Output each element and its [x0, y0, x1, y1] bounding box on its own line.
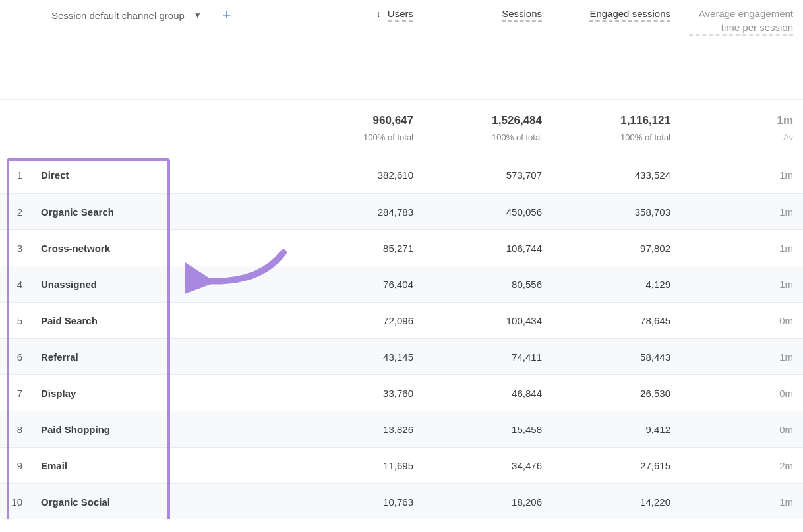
cell-sessions: 34,476: [432, 448, 560, 483]
column-header-users[interactable]: ↓ Users: [303, 0, 432, 22]
totals-row: 960,647 100% of total 1,526,484 100% of …: [0, 99, 803, 157]
row-number: 5: [0, 315, 34, 326]
table-row[interactable]: 9Email11,69534,47627,6152m: [0, 447, 803, 483]
cell-engaged: 9,412: [560, 411, 689, 447]
table-row[interactable]: 3Cross-network85,271106,74497,8021m: [0, 229, 803, 266]
cell-users: 13,826: [303, 411, 432, 447]
cell-avg: 1m: [689, 157, 800, 193]
table-row[interactable]: 4Unassigned76,40480,5564,1291m: [0, 266, 803, 302]
cell-engaged: 58,443: [560, 339, 689, 374]
traffic-acquisition-table: Session default channel group ▼ + ↓ User…: [0, 0, 803, 519]
chevron-down-icon: ▼: [194, 11, 202, 20]
dimension-header-cell: Session default channel group ▼ +: [0, 0, 303, 22]
cell-engaged: 433,524: [560, 157, 689, 193]
channel-name[interactable]: Cross-network: [34, 243, 110, 254]
totals-engaged: 1,116,121 100% of total: [560, 100, 689, 157]
dimension-cell: 8Paid Shopping: [0, 411, 303, 447]
dimension-cell: 6Referral: [0, 339, 303, 374]
dimension-cell: 5Paid Search: [0, 303, 303, 338]
dimension-selector[interactable]: Session default channel group ▼ +: [51, 8, 231, 22]
cell-users: 11,695: [303, 448, 432, 483]
cell-engaged: 358,703: [560, 194, 689, 229]
data-rows: 1Direct382,610573,707433,5241m2Organic S…: [0, 157, 803, 519]
sort-descending-icon: ↓: [376, 9, 381, 19]
cell-engaged: 78,645: [560, 303, 689, 338]
table-row[interactable]: 7Display33,76046,84426,5300m: [0, 374, 803, 411]
dimension-cell: 7Display: [0, 375, 303, 411]
cell-avg: 1m: [689, 194, 800, 229]
cell-sessions: 450,056: [432, 194, 560, 229]
channel-name[interactable]: Unassigned: [34, 279, 97, 290]
column-header-engaged-sessions[interactable]: Engaged sessions: [560, 0, 689, 22]
column-header-sessions[interactable]: Sessions: [432, 0, 560, 22]
channel-name[interactable]: Paid Search: [34, 315, 98, 326]
table-row[interactable]: 5Paid Search72,096100,43478,6450m: [0, 302, 803, 338]
cell-avg: 0m: [689, 411, 800, 447]
channel-name[interactable]: Organic Social: [34, 496, 110, 508]
dimension-cell: 10Organic Social: [0, 484, 303, 519]
row-number: 8: [0, 424, 34, 435]
table-row[interactable]: 6Referral43,14574,41158,4431m: [0, 338, 803, 374]
cell-users: 76,404: [303, 266, 432, 302]
cell-avg: 1m: [689, 339, 800, 374]
totals-users: 960,647 100% of total: [303, 100, 432, 157]
dimension-cell: 9Email: [0, 448, 303, 483]
row-number: 9: [0, 460, 34, 471]
table-row[interactable]: 1Direct382,610573,707433,5241m: [0, 157, 803, 193]
channel-name[interactable]: Email: [34, 460, 67, 471]
cell-avg: 0m: [689, 303, 800, 338]
column-header-row: Session default channel group ▼ + ↓ User…: [0, 0, 803, 99]
dimension-cell: 1Direct: [0, 157, 303, 193]
row-number: 3: [0, 243, 34, 254]
totals-sessions: 1,526,484 100% of total: [432, 100, 560, 157]
column-header-avg-engagement[interactable]: Average engagement time per session: [689, 0, 800, 36]
cell-users: 43,145: [303, 339, 432, 374]
cell-users: 284,783: [303, 194, 432, 229]
cell-sessions: 100,434: [432, 303, 560, 338]
table-row[interactable]: 8Paid Shopping13,82615,4589,4120m: [0, 411, 803, 447]
dimension-cell: 2Organic Search: [0, 194, 303, 229]
row-number: 7: [0, 388, 34, 399]
cell-sessions: 573,707: [432, 157, 560, 193]
cell-users: 85,271: [303, 230, 432, 266]
dimension-label: Session default channel group: [51, 10, 185, 21]
table-row[interactable]: 10Organic Social10,76318,20614,2201m: [0, 483, 803, 519]
cell-engaged: 4,129: [560, 266, 689, 302]
cell-avg: 1m: [689, 230, 800, 266]
cell-sessions: 80,556: [432, 266, 560, 302]
cell-sessions: 106,744: [432, 230, 560, 266]
channel-name[interactable]: Organic Search: [34, 206, 114, 218]
add-dimension-button[interactable]: +: [223, 8, 231, 22]
cell-sessions: 18,206: [432, 484, 560, 519]
cell-avg: 1m: [689, 484, 800, 519]
cell-sessions: 15,458: [432, 411, 560, 447]
row-number: 2: [0, 206, 34, 218]
totals-avg: 1m Av: [689, 100, 800, 157]
row-number: 6: [0, 351, 34, 363]
cell-engaged: 14,220: [560, 484, 689, 519]
channel-name[interactable]: Display: [34, 388, 76, 399]
channel-name[interactable]: Direct: [34, 169, 69, 181]
column-header-label: Average engagement time per session: [689, 7, 793, 36]
cell-avg: 1m: [689, 266, 800, 302]
column-header-label: Users: [388, 7, 413, 22]
column-header-label: Sessions: [502, 7, 542, 22]
cell-sessions: 74,411: [432, 339, 560, 374]
cell-engaged: 27,615: [560, 448, 689, 483]
table-row[interactable]: 2Organic Search284,783450,056358,7031m: [0, 193, 803, 229]
cell-users: 72,096: [303, 303, 432, 338]
cell-avg: 0m: [689, 375, 800, 411]
row-number: 1: [0, 169, 34, 181]
cell-users: 382,610: [303, 157, 432, 193]
cell-sessions: 46,844: [432, 375, 560, 411]
row-number: 4: [0, 279, 34, 290]
dimension-cell: 3Cross-network: [0, 230, 303, 266]
channel-name[interactable]: Paid Shopping: [34, 424, 110, 435]
cell-users: 10,763: [303, 484, 432, 519]
cell-engaged: 26,530: [560, 375, 689, 411]
cell-avg: 2m: [689, 448, 800, 483]
channel-name[interactable]: Referral: [34, 351, 78, 363]
cell-engaged: 97,802: [560, 230, 689, 266]
cell-users: 33,760: [303, 375, 432, 411]
dimension-cell: 4Unassigned: [0, 266, 303, 302]
